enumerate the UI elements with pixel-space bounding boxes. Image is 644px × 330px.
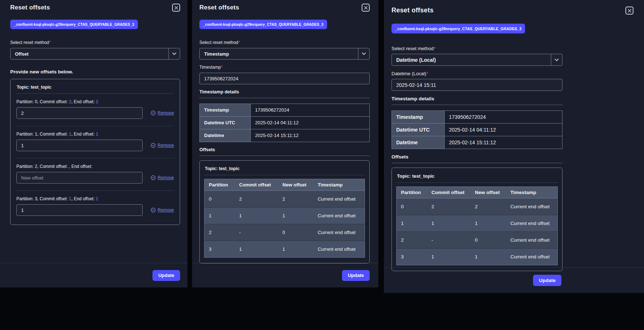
table-cell: 1 (235, 241, 278, 258)
timestamp-input[interactable] (199, 73, 370, 84)
update-button[interactable]: Update (152, 270, 180, 281)
remove-offset-link[interactable]: Remove (151, 175, 174, 180)
table-cell: 2 (235, 191, 278, 208)
details-label: Timestamp (200, 104, 251, 117)
details-value: 2025-02-14 04:11:12 (251, 117, 370, 129)
end-offset-value: 1 (96, 132, 98, 137)
table-header-cell: Partition (397, 187, 427, 198)
section-rule (199, 156, 370, 156)
table-cell: 1 (427, 215, 471, 232)
remove-offset-link[interactable]: Remove (151, 110, 174, 116)
remove-offset-link[interactable]: Remove (151, 208, 174, 213)
table-cell: 2 (278, 191, 313, 208)
reset-method-select[interactable]: Datetime (Local) (391, 54, 562, 66)
topic-fieldset: Topic: test_topic Partition Commit offse… (199, 160, 370, 263)
table-cell: 3 (204, 241, 235, 258)
minus-circle-icon (151, 208, 156, 213)
modal-footer: Update (192, 263, 378, 287)
reset-method-field: Select reset method* Offset (10, 40, 180, 60)
offsets-table: Partition Commit offset New offset Times… (204, 179, 365, 258)
table-cell: 2 (427, 198, 471, 215)
required-asterisk: * (49, 40, 51, 45)
table-header-cell: Timestamp (506, 187, 558, 198)
table-cell: Current end offset (313, 191, 365, 208)
new-offset-input[interactable] (16, 172, 143, 184)
modal-header: Reset offsets (391, 0, 633, 15)
partition-label: Partition: 2, Commit offset: , End offse… (16, 164, 174, 169)
datetime-input[interactable] (391, 79, 562, 91)
consumer-group-badge: _confluent-ksql-pksqlc-g29nrquery_CTAS_Q… (391, 24, 525, 33)
table-cell: Current end offset (313, 208, 365, 224)
label-text: Datetime (Local) (391, 71, 426, 76)
close-button[interactable] (625, 7, 633, 15)
table-cell: 1 (470, 249, 506, 265)
update-button[interactable]: Update (533, 275, 561, 286)
partition-group: Partition: 0, Commit offset: 2, End offs… (16, 94, 174, 126)
table-row: 1 1 1 Current end offset (204, 208, 365, 224)
reset-offsets-modal-datetime: Reset offsets _confluent-ksql-pksqlc-g29… (384, 0, 644, 293)
remove-label: Remove (158, 110, 174, 116)
topic-label: Topic: test_topic (204, 165, 365, 175)
badge-row: _confluent-ksql-pksqlc-g29nrquery_CTAS_Q… (199, 12, 370, 29)
modal-header: Reset offsets (199, 0, 370, 12)
table-cell: Current end offset (313, 241, 365, 258)
modal-title: Reset offsets (391, 6, 434, 15)
reset-method-select[interactable]: Timestamp (199, 48, 370, 60)
table-cell: 1 (427, 249, 471, 265)
table-row: 2 - 0 Current end offset (397, 232, 558, 249)
partition-label: Partition: 0, Commit offset: 2, End offs… (16, 99, 174, 105)
required-asterisk: * (426, 71, 428, 76)
table-cell: 1 (204, 208, 235, 224)
update-button[interactable]: Update (342, 270, 370, 281)
details-label: Timestamp (392, 111, 445, 124)
table-cell: Current end offset (506, 249, 558, 265)
table-cell: Current end offset (313, 224, 365, 241)
table-cell: 0 (397, 198, 427, 215)
table-cell: 0 (204, 191, 235, 208)
close-button[interactable] (172, 4, 180, 12)
details-row: Datetime 2025-02-14 15:11:12 (200, 129, 370, 142)
timestamp-details-table: Timestamp 1739506272024 Datetime UTC 202… (199, 104, 370, 142)
section-rule (391, 105, 562, 105)
label-text: Timestamp (199, 65, 221, 70)
new-offset-input[interactable] (16, 204, 143, 216)
remove-offset-link[interactable]: Remove (151, 143, 174, 148)
label-text: Select reset method (391, 46, 434, 51)
badge-row: _confluent-ksql-pksqlc-g29nrquery_CTAS_Q… (391, 15, 562, 33)
label-text: Select reset method (10, 40, 49, 45)
new-offset-input[interactable] (16, 107, 143, 119)
partition-row: Remove (16, 172, 174, 184)
new-offset-input[interactable] (16, 140, 143, 151)
timestamp-details-table: Timestamp 1739506272024 Datetime UTC 202… (391, 110, 562, 149)
details-value: 2025-02-14 15:11:12 (251, 129, 370, 142)
reset-offsets-modal-offset: Reset offsets _confluent-ksql-pksqlc-g29… (0, 0, 187, 287)
close-icon (174, 6, 178, 10)
chevron-down-icon (172, 52, 176, 55)
reset-method-label: Select reset method* (199, 40, 370, 45)
section-title-offsets: Offsets (199, 147, 370, 152)
select-caret (551, 54, 562, 65)
table-row: 2 - 0 Current end offset (204, 224, 365, 241)
partition-row: Remove (16, 204, 174, 216)
close-button[interactable] (362, 4, 370, 12)
modal-title: Reset offsets (199, 3, 239, 12)
topic-label: Topic: test_topic (16, 84, 174, 94)
select-value: Datetime (Local) (396, 57, 436, 63)
details-value: 2025-02-14 04:11:12 (445, 124, 562, 136)
reset-method-select[interactable]: Offset (10, 48, 180, 60)
required-asterisk: * (221, 65, 223, 70)
reset-method-field: Select reset method* Datetime (Local) (391, 46, 562, 66)
timestamp-field: Timestamp* (199, 65, 370, 84)
details-label: Datetime UTC (200, 117, 251, 129)
required-asterisk: * (434, 46, 436, 51)
partition-label: Partition: 1, Commit offset: 1, End offs… (16, 132, 174, 137)
partition-label-text: Partition: 2, Commit offset: (16, 164, 69, 169)
modal-footer: Update (0, 263, 187, 287)
section-title-timestamp-details: Timestamp details (199, 89, 370, 94)
table-cell: 1 (278, 241, 313, 258)
partition-label-text: Partition: 3, Commit offset: (16, 196, 69, 201)
topic-label: Topic: test_topic (396, 173, 558, 183)
table-header-row: Partition Commit offset New offset Times… (397, 187, 558, 198)
screenshot-stage: Reset offsets _confluent-ksql-pksqlc-g29… (0, 0, 644, 330)
consumer-group-badge: _confluent-ksql-pksqlc-g29nrquery_CTAS_Q… (199, 20, 327, 29)
